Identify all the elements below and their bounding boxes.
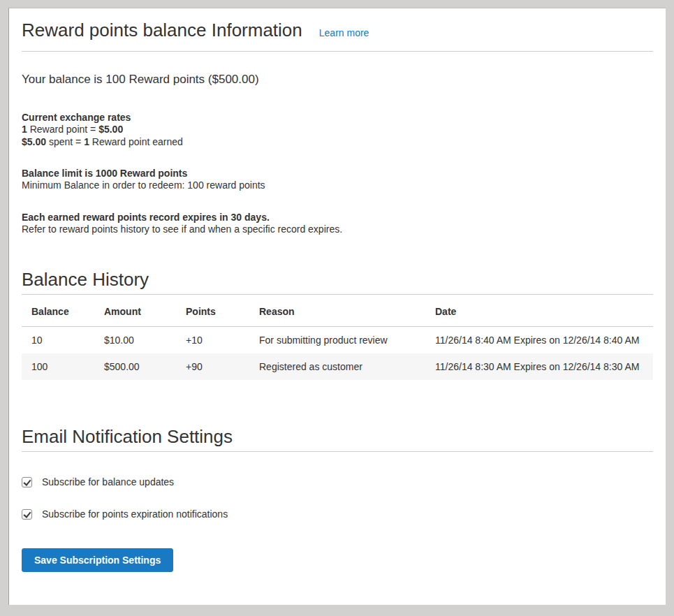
minimum-redeem-text: Minimum Balance in order to redeem: 100 … bbox=[22, 179, 653, 191]
cell-points: +10 bbox=[176, 327, 249, 354]
col-header-balance: Balance bbox=[22, 295, 94, 327]
balance-limit-text: Balance limit is 1000 Reward points bbox=[22, 168, 653, 179]
subscribe-expiration-label[interactable]: Subscribe for points expiration notifica… bbox=[42, 507, 228, 521]
exchange-rates-heading: Current exchange rates bbox=[22, 112, 653, 124]
cell-date: 11/26/14 8:40 AM Expires on 12/26/14 8:4… bbox=[425, 327, 653, 354]
cell-points: +90 bbox=[176, 353, 249, 380]
reward-points-panel: Reward points balance Information Learn … bbox=[8, 8, 666, 605]
table-header-row: Balance Amount Points Reason Date bbox=[22, 295, 653, 327]
table-row: 10 $10.00 +10 For submitting product rev… bbox=[22, 327, 653, 354]
page-background: { "theme": { "accent": "#1979c3", "text"… bbox=[0, 0, 674, 616]
col-header-points: Points bbox=[176, 295, 249, 327]
balance-history-heading: Balance History bbox=[22, 269, 653, 290]
cell-date: 11/26/14 8:30 AM Expires on 12/26/14 8:3… bbox=[425, 353, 653, 380]
rate1-money: $5.00 bbox=[98, 124, 123, 135]
table-row: 100 $500.00 +90 Registered as customer 1… bbox=[22, 353, 653, 380]
exchange-rate-line-1: 1 Reward point = $5.00 bbox=[22, 124, 653, 135]
expiry-rule-text: Each earned reward points record expires… bbox=[22, 212, 653, 223]
rate2-points: 1 bbox=[84, 136, 89, 147]
col-header-amount: Amount bbox=[94, 295, 176, 327]
expiry-note-text: Refer to reward points history to see if… bbox=[22, 223, 653, 235]
cell-amount: $500.00 bbox=[94, 353, 176, 380]
save-subscription-button[interactable]: Save Subscription Settings bbox=[22, 548, 173, 572]
cell-amount: $10.00 bbox=[94, 327, 176, 354]
balance-history-table: Balance Amount Points Reason Date 10 $10… bbox=[22, 295, 653, 380]
cell-balance: 100 bbox=[22, 353, 94, 380]
email-settings-divider bbox=[22, 451, 653, 452]
rate2-mid: spent = bbox=[46, 136, 84, 147]
panel-header: Reward points balance Information Learn … bbox=[22, 18, 653, 42]
subscribe-balance-row: Subscribe for balance updates bbox=[22, 475, 653, 489]
header-divider bbox=[22, 51, 653, 52]
page-title: Reward points balance Information bbox=[22, 18, 302, 42]
cell-balance: 10 bbox=[22, 327, 94, 354]
rate2-money: $5.00 bbox=[22, 136, 46, 147]
balance-summary: Your balance is 100 Reward points ($500.… bbox=[22, 73, 653, 87]
rate2-tail: Reward point earned bbox=[89, 136, 183, 147]
rate1-points: 1 bbox=[22, 124, 27, 135]
subscribe-expiration-row: Subscribe for points expiration notifica… bbox=[22, 507, 653, 521]
col-header-reason: Reason bbox=[249, 295, 425, 327]
subscribe-balance-checkbox[interactable] bbox=[22, 477, 32, 487]
rate1-mid: Reward point = bbox=[27, 124, 98, 135]
learn-more-link[interactable]: Learn more bbox=[319, 27, 369, 38]
subscribe-balance-label[interactable]: Subscribe for balance updates bbox=[42, 475, 174, 489]
col-header-date: Date bbox=[425, 295, 653, 327]
subscribe-expiration-checkbox[interactable] bbox=[22, 509, 32, 520]
exchange-rate-line-2: $5.00 spent = 1 Reward point earned bbox=[22, 135, 653, 149]
email-settings-heading: Email Notification Settings bbox=[22, 426, 653, 447]
cell-reason: Registered as customer bbox=[249, 353, 425, 380]
cell-reason: For submitting product review bbox=[249, 327, 425, 354]
